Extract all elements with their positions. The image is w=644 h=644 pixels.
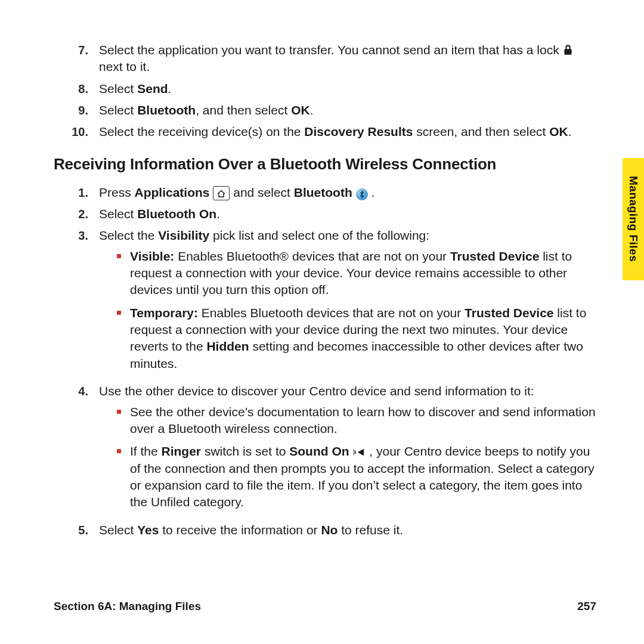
side-tab-label: Managing Files: [627, 176, 640, 262]
bold-term: Hidden: [206, 339, 249, 353]
list-item: 4.Use the other device to discover your …: [54, 383, 596, 516]
bold-term: Discovery Results: [304, 125, 413, 138]
bold-term: Ringer: [162, 444, 202, 458]
footer-section: Section 6A: Managing Files: [54, 600, 201, 613]
list-number: 4.: [54, 383, 99, 400]
list-number: 1.: [54, 185, 99, 201]
side-tab: Managing Files: [623, 158, 644, 280]
list-body: Select Yes to receive the information or…: [99, 522, 596, 538]
document-page: 7.Select the application you want to tra…: [0, 0, 644, 644]
bold-term: Bluetooth On: [137, 207, 216, 221]
list-item: 10.Select the receiving device(s) on the…: [54, 123, 596, 140]
bullet-item: Temporary: Enables Bluetooth devices tha…: [117, 305, 596, 372]
list-number: 8.: [54, 81, 99, 97]
bullet-item: Visible: Enables Bluetooth® devices that…: [117, 248, 596, 299]
bold-term: OK: [549, 125, 568, 138]
bold-term: Bluetooth: [137, 103, 196, 117]
footer-page-number: 257: [577, 600, 596, 613]
bullet-item: If the Ringer switch is set to Sound On …: [117, 443, 596, 510]
list-item: 8.Select Send.: [54, 80, 596, 97]
list-number: 9.: [54, 103, 99, 119]
continued-ordered-list: 7.Select the application you want to tra…: [54, 42, 596, 141]
receive-ordered-list: 1.Press Applications and select Bluetoot…: [54, 184, 596, 538]
bold-term: Yes: [137, 523, 159, 537]
bulleted-sublist: Visible: Enables Bluetooth® devices that…: [117, 248, 596, 372]
list-body: Select the receiving device(s) on the Di…: [99, 123, 596, 140]
list-item: 9.Select Bluetooth, and then select OK.: [54, 102, 596, 119]
list-body: Select the Visibility pick list and sele…: [99, 227, 596, 378]
bluetooth-icon: [356, 188, 368, 200]
bold-term: Bluetooth: [294, 185, 352, 199]
list-body: Select Bluetooth On.: [99, 206, 596, 222]
page-footer: Section 6A: Managing Files 257: [54, 600, 596, 613]
list-number: 2.: [54, 206, 99, 222]
bold-term: Trusted Device: [450, 249, 539, 263]
list-item: 7.Select the application you want to tra…: [54, 42, 596, 76]
bold-term: Applications: [135, 185, 210, 199]
bold-term: Visibility: [158, 228, 209, 242]
bold-term: Visible:: [130, 249, 174, 263]
list-body: Select Send.: [99, 80, 596, 97]
list-body: Use the other device to discover your Ce…: [99, 383, 596, 516]
sound-on-icon: [352, 444, 369, 458]
bold-term: Trusted Device: [465, 306, 553, 320]
list-number: 5.: [54, 522, 99, 538]
list-item: 3.Select the Visibility pick list and se…: [54, 227, 596, 378]
bulleted-sublist: See the other device’s documentation to …: [117, 404, 596, 511]
bold-term: Sound On: [289, 444, 349, 458]
list-item: 5.Select Yes to receive the information …: [54, 522, 596, 538]
bullet-item: See the other device’s documentation to …: [117, 404, 596, 438]
section-heading: Receiving Information Over a Bluetooth W…: [54, 155, 596, 174]
home-icon: [213, 186, 230, 200]
lock-icon: [563, 43, 573, 57]
bold-term: No: [321, 523, 338, 537]
list-body: Select the application you want to trans…: [99, 42, 596, 76]
list-item: 1.Press Applications and select Bluetoot…: [54, 184, 596, 201]
list-number: 3.: [54, 228, 99, 244]
list-number: 10.: [54, 124, 99, 140]
list-number: 7.: [54, 42, 99, 58]
bold-term: Temporary:: [130, 306, 198, 320]
list-body: Select Bluetooth, and then select OK.: [99, 102, 596, 119]
list-item: 2.Select Bluetooth On.: [54, 206, 596, 222]
list-body: Press Applications and select Bluetooth …: [99, 184, 596, 201]
bold-term: OK: [291, 103, 310, 117]
bold-term: Send: [137, 82, 168, 95]
